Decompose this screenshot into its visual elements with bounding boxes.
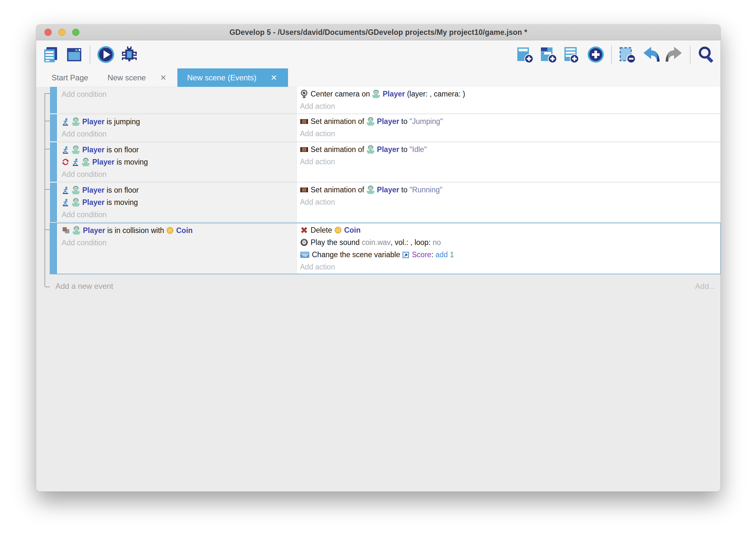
add-condition-button[interactable]: Add condition — [61, 130, 106, 139]
event-sentence[interactable]: Player is moving — [61, 156, 296, 168]
undo-icon[interactable] — [641, 45, 660, 64]
animation-icon — [300, 117, 308, 126]
play-icon[interactable] — [96, 45, 115, 64]
event-sentence[interactable]: Set animation of Player to "Idle" — [300, 143, 721, 155]
tab-new-scene[interactable]: New scene✕ — [98, 68, 177, 87]
close-tab-icon[interactable]: ✕ — [269, 73, 278, 82]
tab-start-page[interactable]: Start Page — [42, 68, 98, 87]
events-footer: Add a new eventAdd... — [56, 282, 715, 291]
actions-panel[interactable]: Set animation of Player to "Running"Add … — [297, 183, 721, 222]
project-manager-icon[interactable] — [41, 45, 60, 64]
close-tab-icon[interactable]: ✕ — [159, 73, 168, 82]
part-str: "Idle" — [410, 145, 427, 154]
event-drag-handle[interactable] — [50, 142, 58, 182]
player-icon — [72, 186, 80, 195]
event-sentence[interactable]: Set animation of Player to "Running" — [300, 184, 721, 196]
player-icon — [72, 226, 81, 235]
part-txt: is on floor — [104, 186, 139, 195]
add-more-button[interactable]: Add... — [695, 282, 715, 291]
search-icon[interactable] — [697, 45, 715, 64]
coin-icon — [334, 226, 342, 234]
event-sentence[interactable]: VarChange the scene variable Score: add … — [300, 248, 721, 261]
delete-icon — [300, 226, 308, 234]
add-subevent-icon[interactable] — [539, 45, 558, 64]
event-sentence[interactable]: Player is in collision with Coin — [61, 224, 296, 236]
conditions-panel[interactable]: Player is on floorPlayer is movingAdd co… — [58, 183, 297, 222]
event-drag-handle[interactable] — [50, 87, 58, 113]
player-icon — [72, 145, 80, 154]
conditions-panel[interactable]: Player is jumpingAdd condition — [58, 114, 297, 141]
part-op: add — [435, 250, 448, 259]
event-sentence[interactable]: Set animation of Player to "Jumping" — [300, 115, 721, 128]
debug-icon[interactable] — [120, 45, 139, 64]
add-action-button[interactable]: Add action — [300, 157, 335, 166]
player-icon — [366, 117, 375, 126]
part-txt: is moving — [104, 198, 138, 207]
part-txt: to — [399, 186, 410, 194]
event-row[interactable]: Player is jumpingAdd conditionSet animat… — [50, 114, 721, 141]
minimize-window-button[interactable] — [58, 29, 65, 36]
add-action-button[interactable]: Add action — [300, 263, 335, 271]
event-row[interactable]: Player is on floorPlayer is movingAdd co… — [50, 142, 721, 182]
add-condition-button[interactable]: Add condition — [61, 210, 106, 219]
actions-panel[interactable]: Set animation of Player to "Idle"Add act… — [297, 142, 721, 182]
actions-panel[interactable]: Set animation of Player to "Jumping"Add … — [297, 114, 721, 141]
event-sentence[interactable]: Player is jumping — [61, 115, 296, 128]
conditions-panel[interactable]: Player is on floorPlayer is movingAdd co… — [58, 142, 297, 182]
zoom-window-button[interactable] — [72, 29, 79, 36]
redo-icon[interactable] — [665, 45, 684, 64]
tree-line — [45, 93, 50, 94]
conditions-panel[interactable]: Player is in collision with CoinAdd cond… — [58, 223, 297, 274]
event-row[interactable]: Player is on floorPlayer is movingAdd co… — [50, 183, 721, 222]
event-sentence[interactable]: Center camera on Player (layer: , camera… — [300, 88, 721, 100]
animation-icon — [300, 145, 308, 154]
event-sentence[interactable]: Player is on floor — [61, 184, 296, 196]
add-new-event-button[interactable]: Add a new event — [56, 282, 113, 291]
conditions-panel[interactable]: Add condition — [58, 87, 297, 113]
part-txt: : — [431, 250, 435, 259]
add-action-button[interactable]: Add action — [300, 129, 335, 138]
part-txt: (layer: , camera: ) — [405, 90, 466, 99]
actions-panel[interactable]: Center camera on Player (layer: , camera… — [297, 87, 721, 113]
add-action-button[interactable]: Add action — [300, 198, 335, 207]
platformer-icon — [61, 146, 69, 154]
part-obj: Player — [82, 186, 104, 195]
part-txt: is on floor — [104, 145, 139, 154]
event-sentence[interactable]: Delete Coin — [300, 224, 721, 236]
close-window-button[interactable] — [45, 29, 52, 36]
part-dim: no — [433, 238, 441, 247]
add-condition-button[interactable]: Add condition — [61, 90, 106, 99]
tab-new-scene-events-[interactable]: New scene (Events)✕ — [177, 68, 288, 87]
part-txt: is jumping — [104, 117, 140, 126]
add-circle-icon[interactable] — [586, 45, 605, 64]
add-comment-icon[interactable] — [563, 45, 582, 64]
event-row[interactable]: Add conditionCenter camera on Player (la… — [50, 87, 721, 113]
sound-icon — [300, 238, 308, 247]
scene-editor-icon[interactable] — [65, 45, 84, 64]
screen: GDevelop 5 - /Users/david/Documents/GDev… — [0, 0, 756, 537]
part-obj: Player — [383, 90, 405, 99]
player-icon — [366, 185, 375, 194]
event-drag-handle[interactable] — [50, 183, 58, 222]
add-condition-button[interactable]: Add condition — [61, 238, 106, 247]
add-action-button[interactable]: Add action — [300, 102, 335, 111]
add-event-icon[interactable] — [516, 45, 534, 64]
part-obj: Player — [92, 158, 115, 167]
event-drag-handle[interactable] — [50, 114, 58, 141]
tab-label: New scene (Events) — [187, 73, 256, 82]
event-sentence[interactable]: Player is on floor — [61, 144, 296, 156]
part-txt: to — [399, 117, 410, 126]
part-num: 1 — [450, 250, 454, 259]
actions-panel[interactable]: Delete CoinPlay the sound coin.wav, vol.… — [297, 223, 721, 274]
player-icon — [372, 89, 380, 99]
event-sentence[interactable]: Play the sound coin.wav, vol.: , loop: n… — [300, 236, 721, 248]
add-condition-button[interactable]: Add condition — [61, 170, 106, 179]
platformer-icon — [72, 158, 79, 166]
remove-event-icon[interactable] — [618, 45, 637, 64]
event-sentence[interactable]: Player is moving — [61, 196, 296, 208]
event-row[interactable]: Player is in collision with CoinAdd cond… — [50, 223, 721, 274]
invert-icon — [61, 158, 69, 166]
event-drag-handle[interactable] — [50, 223, 58, 274]
part-dim: coin.wav — [362, 238, 391, 247]
window-title: GDevelop 5 - /Users/david/Documents/GDev… — [229, 28, 527, 37]
